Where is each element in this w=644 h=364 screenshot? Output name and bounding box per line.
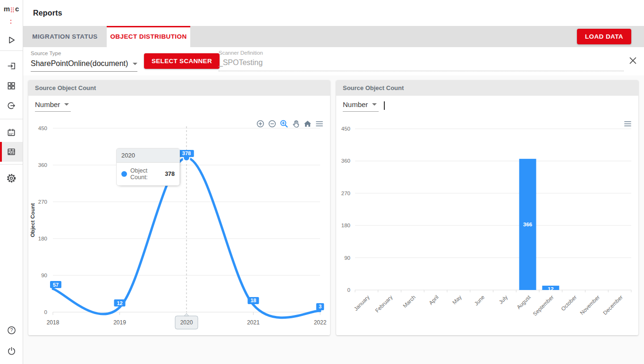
content-area: Source Object Count Number xyxy=(23,75,644,364)
app-window: m c xyxy=(0,0,644,364)
text-caret xyxy=(384,101,385,110)
power-icon xyxy=(7,346,17,356)
svg-text:18: 18 xyxy=(250,298,256,303)
tooltip-series-dot xyxy=(121,171,127,177)
svg-text:November: November xyxy=(579,294,601,316)
menu-icon[interactable] xyxy=(623,119,632,128)
panel-title: Source Object Count xyxy=(336,80,638,96)
zoom-out-icon[interactable] xyxy=(268,119,277,128)
sign-out-icon xyxy=(7,101,16,110)
svg-text:2022: 2022 xyxy=(314,319,327,326)
logo-letter-m: m xyxy=(4,5,10,13)
svg-text:2018: 2018 xyxy=(47,319,59,326)
sidebar-item-scheduler[interactable] xyxy=(0,123,23,142)
tooltip-series-label: Object Count: xyxy=(130,167,161,181)
scanner-definition-value: _SPOTesting xyxy=(219,58,624,67)
svg-text:April: April xyxy=(428,294,440,306)
svg-text:3: 3 xyxy=(319,304,322,309)
svg-text:90: 90 xyxy=(41,273,47,278)
svg-text:June: June xyxy=(473,294,485,306)
scanner-definition-label: Scanner Definition xyxy=(219,50,624,56)
help-icon: ? xyxy=(7,325,17,335)
tab-migration-status[interactable]: MIGRATION STATUS xyxy=(23,26,107,47)
app-logo[interactable]: m c xyxy=(0,5,23,26)
svg-text:March: March xyxy=(402,294,416,309)
sidebar-item-run[interactable] xyxy=(0,30,23,50)
svg-text:180: 180 xyxy=(341,223,350,228)
bar-chart-panel: Source Object Count Number 0901802703604… xyxy=(336,80,638,335)
pan-icon[interactable] xyxy=(291,119,300,128)
number-select-right[interactable]: Number xyxy=(343,100,379,112)
sign-in-icon xyxy=(7,61,16,71)
chevron-down-icon xyxy=(64,103,69,106)
svg-text:270: 270 xyxy=(38,199,47,205)
source-type-label: Source Type xyxy=(31,50,137,56)
top-bar: Reports xyxy=(23,0,644,26)
svg-text:12: 12 xyxy=(548,286,554,292)
svg-text:May: May xyxy=(451,294,463,306)
main-area: Reports MIGRATION STATUS OBJECT DISTRIBU… xyxy=(23,0,644,364)
svg-text:July: July xyxy=(498,294,508,305)
svg-text:December: December xyxy=(602,294,624,316)
grid-icon xyxy=(7,81,16,91)
line-chart-panel: Source Object Count Number xyxy=(28,80,330,335)
svg-text:450: 450 xyxy=(341,126,350,132)
svg-text:450: 450 xyxy=(38,125,47,131)
svg-text:2019: 2019 xyxy=(113,319,126,326)
number-select-value: Number xyxy=(35,100,60,108)
svg-text:12: 12 xyxy=(117,300,122,306)
home-icon[interactable] xyxy=(303,119,312,128)
bar-chart-svg[interactable]: 09018027036045036612JanuaryFebruaryMarch… xyxy=(336,117,635,331)
source-type-value: SharePointOnline(document) xyxy=(31,59,128,68)
svg-text:January: January xyxy=(353,294,371,312)
svg-text:360: 360 xyxy=(38,162,47,168)
svg-text:90: 90 xyxy=(344,255,350,261)
play-icon xyxy=(7,35,16,45)
source-type-select[interactable]: Source Type SharePointOnline(document) xyxy=(31,50,137,72)
selector-row: Number xyxy=(28,96,330,117)
sidebar-item-sign-out[interactable] xyxy=(0,96,23,116)
chevron-down-icon xyxy=(133,63,137,65)
svg-text:0: 0 xyxy=(44,309,47,315)
svg-text:366: 366 xyxy=(523,222,532,227)
svg-text:February: February xyxy=(374,294,394,314)
sidebar-item-settings[interactable] xyxy=(0,168,23,188)
number-select-left[interactable]: Number xyxy=(35,100,71,112)
load-data-button[interactable]: LOAD DATA xyxy=(577,29,631,44)
chevron-down-icon xyxy=(372,103,377,106)
tooltip-series-value: 378 xyxy=(165,171,175,177)
select-scanner-button[interactable]: SELECT SCANNER xyxy=(144,53,220,69)
close-icon[interactable] xyxy=(628,56,637,67)
svg-text:378: 378 xyxy=(182,150,191,156)
gear-icon xyxy=(6,173,17,183)
logo-letter-c: c xyxy=(15,5,19,13)
logo-dots xyxy=(11,8,14,13)
svg-text:2020: 2020 xyxy=(180,319,193,326)
sidebar: m c xyxy=(0,0,23,364)
svg-text:270: 270 xyxy=(341,190,350,196)
bar-chart[interactable]: 09018027036045036612JanuaryFebruaryMarch… xyxy=(336,117,638,335)
calendar-icon xyxy=(7,128,16,137)
report-chart-icon xyxy=(7,147,16,157)
selection-zoom-icon[interactable] xyxy=(280,119,288,128)
chart-toolbar xyxy=(623,119,632,128)
chart-tooltip: 2020 Object Count: 378 xyxy=(116,148,180,186)
tab-object-distribution[interactable]: OBJECT DISTRIBUTION xyxy=(107,26,190,47)
zoom-in-icon[interactable] xyxy=(256,119,265,128)
panel-title: Source Object Count xyxy=(28,80,330,96)
menu-icon[interactable] xyxy=(315,119,324,128)
svg-text:2021: 2021 xyxy=(247,319,260,326)
selector-row: Number xyxy=(336,96,638,117)
number-select-value: Number xyxy=(343,100,368,108)
filter-bar: Source Type SharePointOnline(document) S… xyxy=(23,47,644,75)
sidebar-item-reports[interactable] xyxy=(0,142,23,162)
svg-text:0: 0 xyxy=(347,287,350,293)
sidebar-item-power[interactable] xyxy=(0,341,23,361)
sidebar-item-apps[interactable] xyxy=(0,76,23,96)
svg-text:360: 360 xyxy=(341,158,350,164)
tabs-bar: MIGRATION STATUS OBJECT DISTRIBUTION LOA… xyxy=(23,26,644,47)
sidebar-item-help[interactable]: ? xyxy=(0,320,23,340)
svg-text:?: ? xyxy=(10,327,13,333)
sidebar-item-sign-in[interactable] xyxy=(0,56,23,76)
line-chart[interactable]: 0901802703604505712378183201820192020202… xyxy=(28,117,330,335)
